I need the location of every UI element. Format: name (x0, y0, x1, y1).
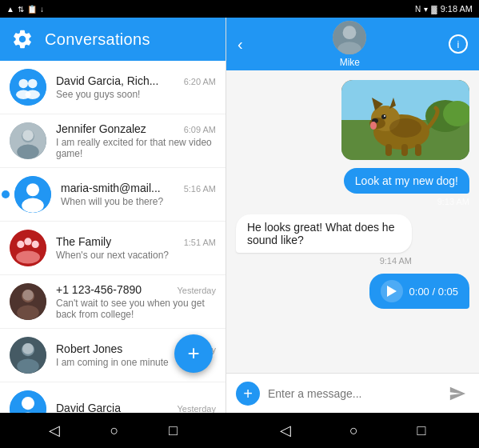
conversation-item[interactable]: The Family 1:51 AM When's our next vacat… (0, 222, 226, 275)
conv-top: David Garcia, Rich... 6:20 AM (56, 74, 216, 87)
svg-rect-44 (385, 144, 392, 156)
info-button[interactable]: i (449, 34, 468, 54)
svg-point-20 (22, 290, 34, 301)
compose-fab[interactable]: + (174, 334, 213, 373)
avatar (10, 122, 46, 159)
bottom-nav-right: ◁ ○ □ (226, 422, 479, 439)
conv-name: Jennifer Gonzalez (56, 122, 146, 135)
avatar (10, 69, 46, 106)
conv-top: maria-smith@mail... 5:16 AM (61, 182, 216, 194)
nfc-icon: N (415, 5, 421, 14)
conversation-item[interactable]: Jennifer Gonzalez 6:09 AM I am really ex… (0, 114, 226, 168)
send-button[interactable] (445, 382, 469, 406)
svg-point-42 (381, 114, 386, 119)
person-avatar-icon (14, 176, 51, 213)
settings-icon[interactable] (11, 28, 34, 50)
conv-time: Yesterday (177, 404, 216, 413)
conversation-item[interactable]: David Garcia Yesterday (0, 382, 226, 413)
conv-top: The Family 1:51 AM (56, 235, 216, 248)
fab-plus-icon: + (187, 342, 199, 363)
avatar (10, 230, 46, 266)
conv-time: 6:20 AM (184, 77, 216, 86)
conv-time: 1:51 AM (184, 238, 216, 247)
conv-top: David Garcia Yesterday (56, 402, 216, 413)
wifi-icon: ▾ (424, 5, 428, 14)
contact-info: Mike (251, 21, 449, 68)
conv-preview: I am really excited for that new video g… (56, 137, 216, 159)
svg-rect-45 (401, 144, 408, 156)
david2-avatar (10, 390, 46, 413)
conv-preview: When will you be there? (61, 196, 216, 207)
family-avatar (10, 230, 46, 266)
back-nav-icon[interactable]: ◁ (49, 422, 60, 439)
back-nav-icon-right[interactable]: ◁ (280, 422, 291, 439)
conversation-item[interactable]: maria-smith@mail... 5:16 AM When will yo… (0, 168, 226, 222)
conversations-title: Conversations (45, 30, 150, 49)
bottom-nav-left: ◁ ○ □ (0, 422, 226, 439)
dog-photo-message (341, 80, 469, 160)
home-nav-icon-right[interactable]: ○ (349, 422, 358, 439)
add-icon: + (243, 386, 253, 402)
conversation-item[interactable]: David Garcia, Rich... 6:20 AM See you gu… (0, 61, 226, 114)
right-panel: ‹ Mike i (226, 18, 479, 413)
chat-area: Look at my new dog! 9:13 AM He looks gre… (226, 70, 479, 373)
received-bubble-group: He looks great! What does he sound like?… (236, 214, 412, 266)
svg-point-48 (370, 122, 377, 130)
conversation-item[interactable]: +1 123-456-7890 Yesterday Can't wait to … (0, 275, 226, 329)
signal-icon: ▲ (6, 5, 14, 14)
home-nav-icon[interactable]: ○ (110, 422, 119, 439)
svg-point-19 (17, 306, 39, 320)
play-button[interactable] (381, 280, 403, 302)
back-button[interactable]: ‹ (238, 35, 243, 54)
status-left: ▲ ⇅ 📋 ↓ (6, 5, 44, 14)
conv-name: The Family (56, 235, 111, 248)
conv-content: David Garcia, Rich... 6:20 AM See you gu… (56, 74, 216, 100)
recents-nav-icon[interactable]: □ (169, 422, 178, 439)
conv-time: Yesterday (177, 286, 216, 295)
svg-point-0 (10, 69, 46, 106)
svg-point-16 (16, 250, 40, 263)
status-right: N ▾ ▓ 9:18 AM (415, 4, 473, 14)
sent-text: Look at my new dog! (355, 174, 458, 187)
svg-point-29 (343, 26, 357, 39)
svg-point-47 (389, 118, 421, 138)
data-icon: ⇅ (18, 5, 24, 14)
sent-bubble-group: Look at my new dog! 9:13 AM (344, 168, 469, 206)
send-icon (449, 385, 466, 402)
svg-point-26 (22, 397, 34, 410)
audio-duration: 0:00 / 0:05 (409, 286, 458, 298)
phone-contact-avatar (10, 283, 46, 320)
svg-point-1 (19, 79, 29, 89)
conv-content: +1 123-456-7890 Yesterday Can't wait to … (56, 283, 216, 320)
conversations-header: Conversations (0, 18, 226, 61)
svg-point-10 (26, 183, 39, 196)
message-input[interactable] (268, 387, 437, 400)
sent-message: Look at my new dog! (344, 168, 469, 194)
conv-name: maria-smith@mail... (61, 182, 161, 194)
main-area: Conversations David Garcia, Rich (0, 18, 479, 413)
download-icon: ↓ (40, 5, 44, 14)
conv-name: Robert Jones (56, 342, 122, 355)
sent-time: 9:13 AM (344, 197, 469, 206)
avatar (10, 337, 46, 374)
recents-nav-icon-right[interactable]: □ (417, 422, 425, 439)
conv-top: Jennifer Gonzalez 6:09 AM (56, 122, 216, 135)
robert-avatar (10, 337, 46, 374)
mike-avatar-icon (333, 21, 366, 54)
group-avatar-icon (10, 69, 46, 106)
conv-content: Jennifer Gonzalez 6:09 AM I am really ex… (56, 122, 216, 159)
conv-preview: See you guys soon! (56, 89, 216, 100)
conv-preview: Can't wait to see you when you get back … (56, 298, 216, 320)
jennifer-avatar (10, 122, 46, 159)
play-icon (387, 286, 397, 297)
svg-point-11 (22, 198, 44, 213)
received-time: 9:14 AM (236, 256, 412, 266)
avatar (14, 176, 51, 213)
svg-point-14 (24, 238, 31, 245)
add-attachment-button[interactable]: + (236, 382, 260, 406)
battery-icon: ▓ (431, 5, 437, 14)
svg-point-4 (26, 90, 40, 99)
svg-rect-46 (415, 144, 421, 156)
bottom-navigation: ◁ ○ □ ◁ ○ □ (0, 413, 479, 448)
conv-content: The Family 1:51 AM When's our next vacat… (56, 235, 216, 261)
